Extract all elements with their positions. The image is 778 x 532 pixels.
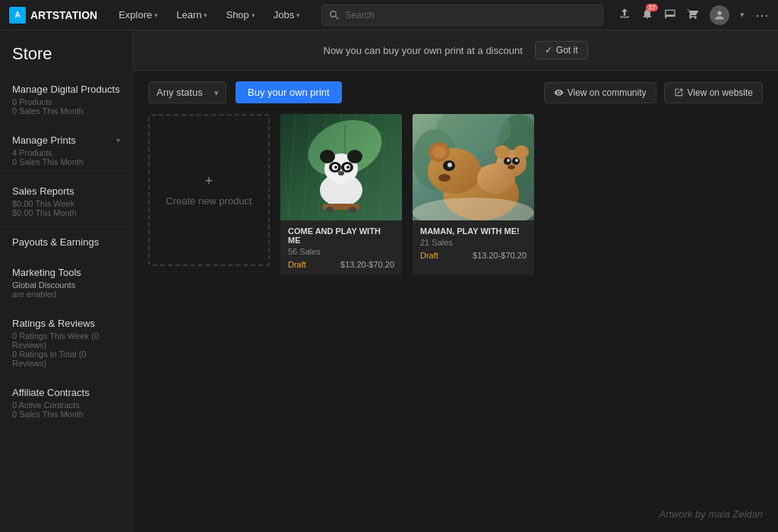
- sidebar-item-marketing-tools[interactable]: Marketing Tools Global Discounts are ena…: [0, 258, 132, 309]
- eye-icon: [554, 87, 564, 97]
- chevron-down-icon: ▾: [251, 11, 255, 19]
- svg-point-44: [515, 159, 518, 162]
- sidebar-item-label: Affiliate Contracts: [12, 387, 90, 398]
- got-it-button[interactable]: ✓ Got it: [535, 41, 588, 59]
- svg-point-21: [346, 166, 349, 169]
- nav-jobs[interactable]: Jobs ▾: [267, 6, 306, 24]
- svg-point-22: [338, 171, 344, 176]
- logo-icon: A: [9, 7, 26, 24]
- svg-point-15: [347, 150, 362, 163]
- svg-point-14: [320, 150, 335, 163]
- product-sales-count: 21 Sales: [420, 238, 527, 247]
- product-card[interactable]: COME AND PLAY WITH ME 56 Sales Draft $13…: [280, 114, 402, 275]
- top-navigation: A ARTSTATION Explore ▾ Learn ▾ Shop ▾ Jo…: [0, 0, 778, 30]
- page-title: Store: [0, 30, 132, 74]
- product-title: MAMAN, PLAY WITH ME!: [420, 226, 527, 236]
- sidebar-item-label: Payouts & Earnings: [12, 236, 99, 248]
- view-website-label: View on website: [688, 87, 754, 98]
- view-community-label: View on community: [568, 87, 647, 98]
- sidebar-item-label: Manage Digital Products: [12, 84, 120, 95]
- search-bar[interactable]: Search: [321, 5, 603, 26]
- svg-line-1: [336, 16, 339, 19]
- search-placeholder: Search: [345, 10, 374, 21]
- products-grid: + Create new product: [133, 114, 778, 290]
- sidebar-item-affiliate-contracts[interactable]: Affiliate Contracts 0 Active Contracts 0…: [0, 378, 132, 429]
- checkmark-icon: ✓: [545, 45, 552, 55]
- product-sales-count: 56 Sales: [288, 247, 394, 256]
- messages-icon[interactable]: [664, 8, 676, 22]
- user-chevron-icon: ▾: [740, 10, 745, 20]
- cart-icon[interactable]: [687, 8, 699, 22]
- sidebar-item-manage-prints[interactable]: Manage Prints ▾ 4 Products 0 Sales This …: [0, 125, 132, 176]
- sidebar-item-label: Ratings & Reviews: [12, 318, 95, 329]
- status-filter-wrapper: Any status Active Draft Inactive: [148, 81, 226, 103]
- logo-text: ARTSTATION: [30, 9, 97, 21]
- buy-own-print-button[interactable]: Buy your own print: [236, 81, 342, 103]
- nav-learn[interactable]: Learn ▾: [170, 6, 213, 24]
- product-thumbnail: [280, 114, 402, 220]
- svg-point-24: [326, 207, 334, 213]
- sidebar-item-payouts-earnings[interactable]: Payouts & Earnings: [0, 227, 132, 258]
- sidebar-item-label: Manage Prints: [12, 135, 76, 146]
- notifications-icon[interactable]: 37: [641, 8, 653, 22]
- artstation-logo[interactable]: A ARTSTATION: [9, 7, 97, 24]
- product-price: $13.20-$70.20: [340, 260, 394, 269]
- svg-point-0: [330, 11, 337, 17]
- svg-point-20: [334, 166, 337, 169]
- view-on-community-button[interactable]: View on community: [544, 82, 656, 103]
- sidebar-item-sales-reports[interactable]: Sales Reports $0.00 This Week $0.00 This…: [0, 176, 132, 227]
- main-layout: Store Manage Digital Products 0 Products…: [0, 30, 778, 532]
- sidebar-item-label: Marketing Tools: [12, 267, 81, 278]
- announcement-banner: Now you can buy your own print at a disc…: [133, 30, 778, 71]
- nav-actions: 37 ▾ ⋯: [618, 5, 769, 25]
- svg-point-35: [448, 163, 452, 167]
- svg-point-36: [438, 174, 451, 182]
- product-status: Draft: [288, 260, 306, 269]
- view-on-website-button[interactable]: View on website: [664, 82, 764, 103]
- products-toolbar: Any status Active Draft Inactive Buy you…: [133, 71, 778, 114]
- nav-explore[interactable]: Explore ▾: [112, 6, 164, 24]
- external-link-icon: [674, 87, 684, 97]
- product-title: COME AND PLAY WITH ME: [288, 226, 394, 245]
- announcement-text: Now you can buy your own print at a disc…: [324, 45, 523, 56]
- create-product-card[interactable]: + Create new product: [148, 114, 270, 266]
- nav-shop[interactable]: Shop ▾: [220, 6, 261, 24]
- svg-point-25: [349, 207, 356, 213]
- create-product-label: Create new product: [166, 195, 251, 207]
- product-thumbnail: [413, 114, 534, 220]
- sidebar-item-manage-digital[interactable]: Manage Digital Products 0 Products 0 Sal…: [0, 74, 132, 125]
- avatar[interactable]: [710, 5, 729, 25]
- chevron-down-icon: ▾: [204, 11, 207, 19]
- svg-point-40: [514, 145, 529, 159]
- svg-point-33: [432, 146, 446, 158]
- product-price: $13.20-$70.20: [473, 251, 527, 260]
- plus-icon: +: [205, 173, 213, 189]
- svg-point-43: [507, 159, 510, 162]
- product-status: Draft: [420, 251, 438, 260]
- sidebar-item-label: Sales Reports: [12, 185, 74, 197]
- search-icon: [330, 11, 339, 20]
- chevron-down-icon: ▾: [116, 136, 120, 144]
- main-content: Now you can buy your own print at a disc…: [133, 30, 778, 532]
- svg-point-45: [508, 165, 515, 169]
- chevron-down-icon: ▾: [154, 11, 158, 19]
- chevron-down-icon: ▾: [296, 11, 300, 19]
- status-filter[interactable]: Any status Active Draft Inactive: [148, 81, 226, 103]
- svg-point-39: [495, 145, 510, 159]
- sidebar-item-ratings-reviews[interactable]: Ratings & Reviews 0 Ratings This Week (0…: [0, 309, 132, 378]
- more-options-icon[interactable]: ⋯: [755, 7, 769, 24]
- product-card[interactable]: MAMAN, PLAY WITH ME! 21 Sales Draft $13.…: [413, 114, 534, 275]
- watermark-text: Artwork by maia Zeidan: [659, 508, 763, 520]
- sidebar: Store Manage Digital Products 0 Products…: [0, 30, 133, 532]
- upload-icon[interactable]: [618, 8, 631, 22]
- notification-badge: 37: [646, 4, 658, 11]
